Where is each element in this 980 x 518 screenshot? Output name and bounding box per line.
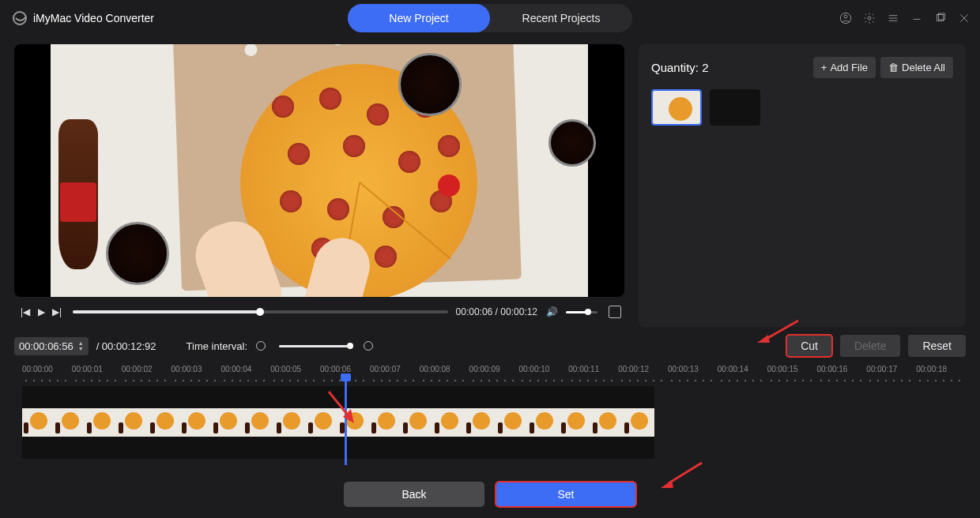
zoom-in-icon[interactable] xyxy=(363,340,374,351)
chevron-up-icon: ▲ xyxy=(78,340,84,346)
ruler-tick: 00:00:00 xyxy=(22,365,72,373)
main-area: |◀ ▶ ▶| 00:00:06 / 00:00:12 🔊 Quantity: … xyxy=(0,36,980,327)
add-file-button[interactable]: +Add File xyxy=(813,57,876,78)
timeline-frame xyxy=(591,408,623,437)
fullscreen-icon[interactable] xyxy=(609,306,621,318)
ruler-tick: 00:00:12 xyxy=(618,365,668,373)
timeline-frame xyxy=(212,408,243,437)
tab-new-project[interactable]: New Project xyxy=(348,4,490,32)
playhead[interactable] xyxy=(345,378,347,465)
timeline-area xyxy=(0,373,980,459)
timeline-frame xyxy=(117,408,149,437)
timeline-frame xyxy=(528,408,560,437)
zoom-out-icon[interactable] xyxy=(255,340,266,351)
timeline-frame xyxy=(22,408,54,437)
close-icon[interactable] xyxy=(958,12,971,24)
timeline-frame xyxy=(275,408,307,437)
player-controls: |◀ ▶ ▶| 00:00:06 / 00:00:12 🔊 xyxy=(14,297,624,327)
delete-all-button[interactable]: 🗑Delete All xyxy=(880,57,953,78)
timeline-frame xyxy=(149,408,180,437)
menu-icon[interactable] xyxy=(887,12,899,24)
ruler-tick: 00:00:08 xyxy=(420,365,469,373)
bottom-buttons: Back Set xyxy=(0,482,980,507)
ruler-tick: 00:00:06 xyxy=(320,365,370,373)
ruler-tick: 00:00:15 xyxy=(767,365,817,373)
account-icon[interactable] xyxy=(839,12,852,24)
coke-bottle-shape xyxy=(58,119,98,269)
time-stepper[interactable]: ▲ ▼ xyxy=(78,340,84,351)
reset-button[interactable]: Reset xyxy=(908,335,966,357)
project-tabs: New Project Recent Projects xyxy=(348,4,632,32)
zoom-slider[interactable] xyxy=(279,345,350,347)
bottle-cap-shape xyxy=(438,175,460,197)
duration-label: / 00:00:12:92 xyxy=(96,340,156,352)
timeline-frame xyxy=(180,408,212,437)
ruler-tick: 00:00:18 xyxy=(916,365,966,373)
timeline-frame xyxy=(338,408,370,437)
ruler-tick: 00:00:03 xyxy=(172,365,221,373)
timeline-frame xyxy=(401,408,433,437)
timeline-frame xyxy=(307,408,338,437)
timeline-track[interactable] xyxy=(22,386,654,459)
glass-shape xyxy=(106,222,169,285)
app-logo-icon xyxy=(13,11,27,25)
ruler-tick: 00:00:02 xyxy=(122,365,172,373)
cut-button[interactable]: Cut xyxy=(786,335,832,357)
clip-thumbnail[interactable] xyxy=(710,89,760,126)
clips-panel: Quantity: 2 +Add File 🗑Delete All xyxy=(639,44,966,327)
minimize-icon[interactable] xyxy=(910,12,923,24)
preview-column: |◀ ▶ ▶| 00:00:06 / 00:00:12 🔊 xyxy=(14,44,624,327)
plus-icon: + xyxy=(821,62,827,73)
trash-icon: 🗑 xyxy=(888,62,899,73)
timeline-frame xyxy=(465,408,496,437)
timeline-frame xyxy=(560,408,591,437)
video-preview xyxy=(14,44,624,297)
delete-button[interactable]: Delete xyxy=(840,335,900,357)
ruler-tick: 00:00:01 xyxy=(72,365,122,373)
ruler-tick: 00:00:17 xyxy=(866,365,916,373)
time-input[interactable]: 00:00:06:56 ▲ ▼ xyxy=(14,337,89,355)
prev-frame-button[interactable]: |◀ xyxy=(17,306,33,317)
side-column: Quantity: 2 +Add File 🗑Delete All xyxy=(639,44,966,327)
ruler-tick: 00:00:16 xyxy=(817,365,867,373)
glass-shape xyxy=(548,119,596,167)
set-button[interactable]: Set xyxy=(496,482,636,507)
glass-shape xyxy=(398,53,462,116)
timeline-frame xyxy=(370,408,401,437)
timeline-frame xyxy=(85,408,117,437)
timeline-frame xyxy=(623,408,654,437)
edit-actions: Cut Delete Reset xyxy=(786,335,966,357)
svg-point-2 xyxy=(868,17,871,20)
clip-strip xyxy=(22,408,654,437)
progress-slider[interactable] xyxy=(73,310,448,313)
time-display: 00:00:06 / 00:00:12 xyxy=(456,306,537,317)
volume-icon[interactable]: 🔊 xyxy=(544,306,560,317)
gear-icon[interactable] xyxy=(863,12,876,24)
back-button[interactable]: Back xyxy=(344,482,484,507)
ruler-tick: 00:00:14 xyxy=(718,365,767,373)
window-controls xyxy=(839,12,971,24)
app-title: iMyMac Video Converter xyxy=(33,12,154,24)
clip-thumbnails xyxy=(651,89,953,126)
ruler-tick: 00:00:07 xyxy=(370,365,420,373)
clip-thumbnail[interactable] xyxy=(651,89,702,126)
timeline-frame xyxy=(433,408,465,437)
titlebar: iMyMac Video Converter New Project Recen… xyxy=(0,0,980,36)
timeline-frame xyxy=(54,408,85,437)
chevron-down-icon: ▼ xyxy=(78,346,84,351)
maximize-icon[interactable] xyxy=(934,12,947,24)
ruler-tick: 00:00:10 xyxy=(518,365,568,373)
next-frame-button[interactable]: ▶| xyxy=(49,306,65,317)
play-button[interactable]: ▶ xyxy=(33,306,49,317)
ruler-tick: 00:00:04 xyxy=(220,365,270,373)
svg-point-1 xyxy=(844,15,847,18)
ruler-tick: 00:00:11 xyxy=(568,365,618,373)
timeline-frame xyxy=(243,408,275,437)
tab-recent-projects[interactable]: Recent Projects xyxy=(490,4,632,32)
ruler-tick: 00:00:05 xyxy=(270,365,320,373)
interval-label: Time interval: xyxy=(187,340,248,352)
volume-slider[interactable] xyxy=(566,311,597,313)
editor-bar: 00:00:06:56 ▲ ▼ / 00:00:12:92 Time inter… xyxy=(0,327,980,362)
quantity-label: Quantity: 2 xyxy=(651,61,709,74)
video-frame xyxy=(51,44,588,297)
